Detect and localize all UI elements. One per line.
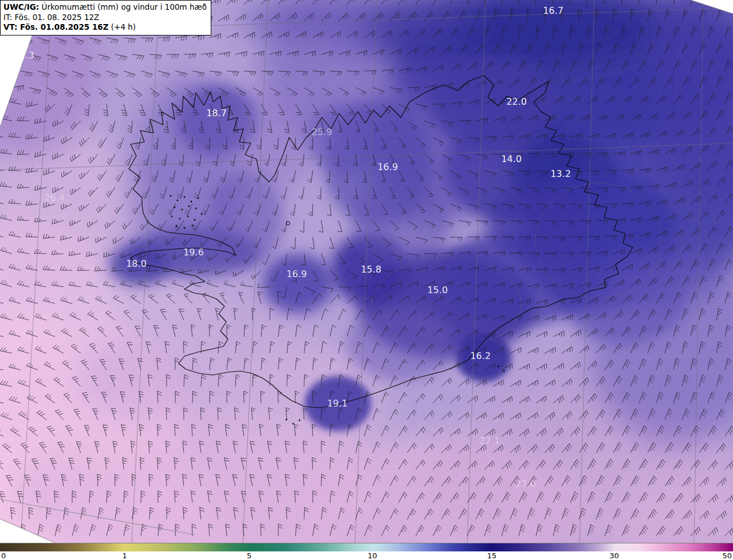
map-value-label: 13.2 [550,168,571,179]
precip-blob [262,254,333,313]
island-dot [299,420,301,421]
island-dot [293,423,294,425]
island-dot [187,216,189,218]
title-box: UWC/IG: Úrkomumætti (mm) og vindur i 100… [0,0,211,36]
island-dot [194,219,196,221]
map-value-label: 25.9 [312,127,332,137]
colorbar-tick-row: 01510153050 [0,551,733,560]
colorbar-tick-label: 0 [1,551,6,560]
island-dot [192,225,194,227]
precip-blob [235,92,315,195]
app-frame: 16.721.318.725.922.014.013.216.926.419.6… [0,0,733,560]
colorbar-tick-label: 50 [722,551,732,560]
island-dot [201,214,203,215]
island-dot [179,218,181,220]
map-value-label: 16.9 [377,161,398,172]
colorbar-gradient [0,543,733,551]
island-dot [184,196,186,198]
map-value-label: 27.1 [479,435,500,446]
map-value-label: 15.0 [427,285,448,295]
weather-map-canvas: 16.721.318.725.922.014.013.216.926.419.6… [0,0,733,543]
valid-time-line: VT: Fös. 01.08.2025 16Z (+4 h) [3,22,207,33]
valid-time-suffix: (+4 h) [109,22,136,31]
map-value-label: 18.7 [206,108,227,119]
map-value-label: 26.4 [44,192,65,203]
map-value-label: 14.0 [501,153,522,164]
island-dot [195,208,197,210]
map-value-label: 18.0 [126,258,147,269]
product-title: Úrkomumætti (mm) og vindur i 100m hæð [39,2,207,11]
island-dot [503,370,505,372]
colorbar-tick-label: 10 [368,551,377,560]
map-value-label: 19.1 [327,398,348,409]
colorbar-tick-label: 1 [122,551,127,560]
valid-time-bold: VT: Fös. 01.08.2025 16Z [3,22,109,31]
island-dot [177,200,179,202]
island-dot [184,227,186,229]
product-line: UWC/IG: Úrkomumætti (mm) og vindur i 100… [3,2,207,13]
colorbar-tick-label: 15 [487,551,497,560]
map-value-label: 15.8 [361,264,381,275]
map-value-label: 16.9 [286,269,307,279]
map-value-label: 27.0 [515,479,536,490]
island-dot [170,195,172,197]
map-value-label: 22.0 [506,96,527,107]
product-label: UWC/IG: [3,2,39,11]
island-dot [171,216,173,218]
island-dot [182,209,183,211]
island-dot [191,201,192,203]
map-value-label: 19.6 [183,247,204,258]
island-dot [498,366,499,368]
map-value-label: 16.7 [543,5,563,16]
init-time-line: IT: Fös. 01. 08. 2025 12Z [3,13,207,23]
map-value-label: 16.2 [470,350,491,361]
colorbar-tick-label: 5 [247,551,251,560]
island-dot [188,206,190,207]
colorbar-tick-label: 30 [609,551,619,560]
precip-colorbar [0,543,733,551]
weather-map: 16.721.318.725.922.014.013.216.926.419.6… [0,0,733,543]
map-value-label: 21.3 [14,50,34,61]
